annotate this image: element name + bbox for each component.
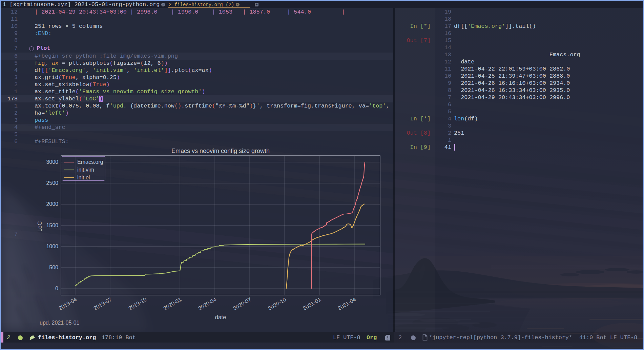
svg-text:1000: 1000 — [46, 244, 58, 249]
svg-text:init.el: init.el — [77, 175, 90, 180]
svg-text:2020-07: 2020-07 — [232, 296, 252, 311]
svg-text:Emacs vs neovim config size gr: Emacs vs neovim config size growth — [171, 148, 270, 154]
svg-text:2000: 2000 — [46, 201, 58, 207]
svg-text:2020-04: 2020-04 — [197, 296, 217, 311]
svg-text:init.vim: init.vim — [77, 167, 94, 173]
svg-text:Emacs.org: Emacs.org — [77, 159, 103, 165]
svg-text:2019-07: 2019-07 — [92, 296, 112, 311]
svg-text:2021-01: 2021-01 — [302, 296, 322, 311]
svg-text:2019-04: 2019-04 — [58, 296, 78, 311]
svg-text:2500: 2500 — [46, 180, 58, 186]
svg-text:2021-04: 2021-04 — [337, 296, 357, 311]
svg-text:2019-10: 2019-10 — [127, 296, 147, 311]
svg-text:upd. 2021-05-01: upd. 2021-05-01 — [40, 320, 80, 326]
svg-text:0: 0 — [55, 286, 58, 291]
svg-text:500: 500 — [49, 265, 58, 270]
svg-text:LoC: LoC — [37, 221, 43, 232]
svg-text:1500: 1500 — [46, 222, 58, 228]
svg-text:2020-10: 2020-10 — [267, 296, 287, 311]
svg-text:2020-01: 2020-01 — [162, 296, 182, 311]
svg-text:date: date — [215, 314, 226, 320]
svg-text:3000: 3000 — [46, 159, 58, 165]
